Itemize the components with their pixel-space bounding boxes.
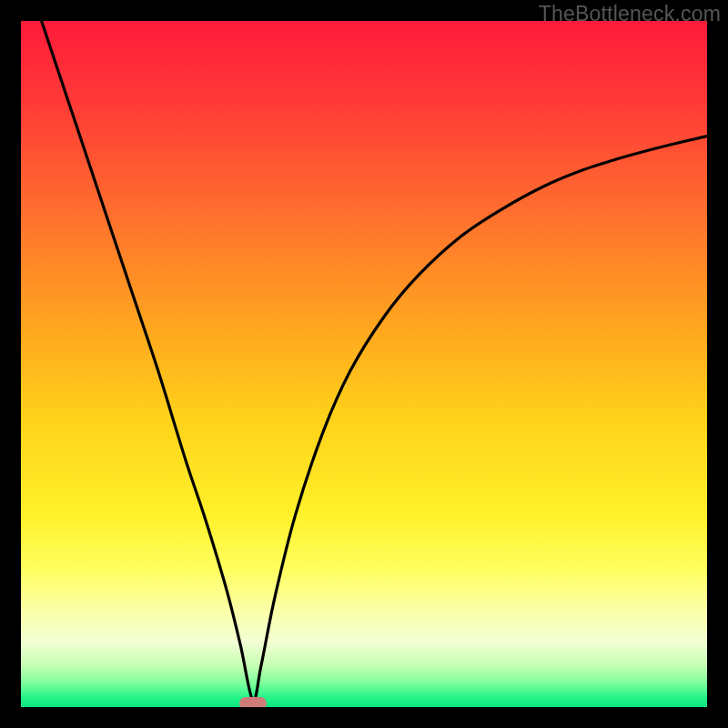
optimal-point-marker bbox=[239, 697, 267, 707]
plot-area bbox=[21, 21, 707, 707]
bottleneck-curve bbox=[21, 21, 707, 707]
chart-frame bbox=[21, 21, 707, 707]
